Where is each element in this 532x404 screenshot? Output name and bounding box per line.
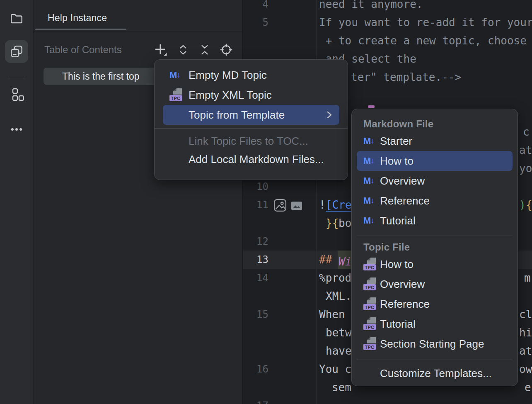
code-fragment: at (519, 141, 532, 159)
code-fragment: [Cre (326, 196, 352, 214)
image-outline-icon[interactable] (273, 199, 287, 214)
toc-section-label: Table of Contents (44, 44, 122, 56)
template-menu-item-how-to[interactable]: M↓How to (357, 151, 513, 171)
code-fragment: If you want to re-add it for your (319, 13, 532, 32)
editor-line[interactable]: 5If you want to re-add it for your (243, 13, 532, 32)
menu-item-label: Add Local Markdown Files... (189, 153, 324, 166)
icon-spacer (169, 134, 182, 148)
code-fragment: ow (519, 360, 532, 378)
code-fragment: yo (519, 159, 532, 178)
template-menu-item-tutorial[interactable]: M↓Tutorial (357, 211, 513, 231)
menu-section-header-topic-file: Topic File (352, 240, 517, 254)
locate-selection-button[interactable] (219, 42, 234, 57)
image-filled-icon[interactable] (291, 200, 302, 213)
add-topic-button[interactable] (153, 42, 168, 57)
code-fragment: }{ (326, 214, 339, 232)
toc-item-label: This is the first top (62, 71, 140, 82)
new-topic-menu-item-add-local-markdown-files[interactable]: Add Local Markdown Files... (163, 150, 339, 168)
menu-item-label: Overview (380, 278, 425, 291)
menu-item-label: Reference (380, 298, 430, 311)
topic-file-icon: TPC (363, 317, 376, 331)
code-fragment: %prod (319, 269, 351, 287)
header-divider (34, 31, 243, 32)
clipped-heading-artifact (368, 105, 375, 108)
tool-window-rail (0, 0, 33, 404)
structure-icon (9, 87, 24, 102)
template-menu-item-overview[interactable]: M↓Overview (357, 171, 513, 191)
more-tool-windows-button[interactable] (5, 115, 28, 139)
topic-file-icon: TPC (363, 297, 376, 311)
code-fragment: c (523, 123, 530, 141)
code-fragment: have (326, 342, 352, 360)
code-fragment: hi (519, 324, 532, 342)
menu-item-label: Empty MD Topic (189, 69, 267, 82)
line-number: 11 (243, 196, 268, 214)
menu-item-label: Reference (380, 195, 430, 207)
new-topic-context-menu: M↓Empty MD TopicTPCEmpty XML TopicTopic … (154, 59, 348, 180)
line-number: 12 (243, 232, 268, 251)
code-fragment: need it anymore. (319, 0, 423, 13)
code-fragment: ## (319, 251, 339, 269)
rail-divider (7, 77, 26, 77)
code-fragment: XML. (326, 287, 352, 305)
menu-item-label: Tutorial (380, 214, 416, 227)
collapse-all-button[interactable] (197, 42, 212, 57)
template-menu-item-reference[interactable]: TPCReference (357, 294, 513, 314)
code-fragment: ) (519, 196, 526, 214)
line-number: 5 (243, 13, 268, 32)
template-menu-item-how-to[interactable]: TPCHow to (357, 254, 513, 274)
line-number: 10 (243, 178, 268, 196)
icon-spacer (363, 367, 376, 380)
menu-item-label: How to (380, 258, 414, 271)
expand-all-icon (177, 44, 189, 56)
menu-item-label: Starter (380, 135, 412, 148)
menu-separator (155, 128, 348, 129)
target-icon (220, 43, 233, 56)
topic-file-icon: TPC (169, 88, 182, 102)
markdown-file-icon: M↓ (363, 214, 376, 227)
line-number: 15 (243, 305, 268, 324)
active-tab-indicator (35, 29, 126, 30)
template-menu-item-tutorial[interactable]: TPCTutorial (357, 314, 513, 334)
instances-button[interactable] (5, 40, 28, 63)
code-fragment: m (524, 269, 531, 287)
line-number: 4 (243, 0, 268, 13)
editor-line[interactable]: + to create a new topic, choose (243, 32, 532, 50)
new-topic-menu-item-empty-md-topic[interactable]: M↓Empty MD Topic (163, 65, 339, 85)
editor-line[interactable]: 17 (243, 397, 532, 404)
template-menu-item-starter[interactable]: M↓Starter (357, 131, 513, 151)
submenu-arrow-icon (324, 110, 339, 119)
new-topic-menu-item-empty-xml-topic[interactable]: TPCEmpty XML Topic (163, 85, 339, 105)
template-menu-item-reference[interactable]: M↓Reference (357, 191, 513, 211)
template-menu-item-overview[interactable]: TPCOverview (357, 274, 513, 294)
instances-icon (9, 44, 24, 59)
topic-file-icon: TPC (363, 277, 376, 291)
menu-section-header-markdown-file: Markdown File (352, 117, 517, 131)
code-fragment: at (519, 342, 532, 360)
template-menu-item-section-starting-page[interactable]: TPCSection Starting Page (357, 334, 513, 354)
icon-spacer (169, 153, 182, 166)
code-fragment: You c (319, 360, 351, 378)
expand-all-button[interactable] (176, 42, 191, 57)
code-fragment: ter" template.--> (351, 68, 461, 86)
code-fragment: e (525, 378, 531, 397)
menu-item-label: Tutorial (380, 318, 416, 331)
markdown-file-icon: M↓ (169, 68, 182, 82)
template-menu-item-customize-templates[interactable]: Customize Templates... (357, 364, 513, 382)
code-fragment: When (319, 305, 345, 324)
new-topic-menu-item-topic-from-template[interactable]: Topic from Template (163, 105, 339, 125)
project-folder-button[interactable] (5, 7, 28, 30)
new-topic-menu-item-link-topic-files-to-toc[interactable]: Link Topic Files to TOC... (163, 132, 339, 150)
topic-file-icon: TPC (363, 337, 376, 350)
topic-file-icon: TPC (363, 258, 376, 271)
collapse-all-icon (198, 44, 211, 56)
menu-separator (357, 236, 513, 236)
menu-item-label: How to (380, 155, 414, 168)
icon-spacer (169, 108, 182, 122)
editor-line[interactable]: 4need it anymore. (243, 0, 532, 13)
line-number: 14 (243, 269, 268, 287)
menu-item-label: Link Topic Files to TOC... (189, 135, 308, 148)
structure-button[interactable] (5, 83, 28, 106)
code-fragment: betw (326, 324, 352, 342)
menu-item-label: Overview (380, 175, 425, 187)
